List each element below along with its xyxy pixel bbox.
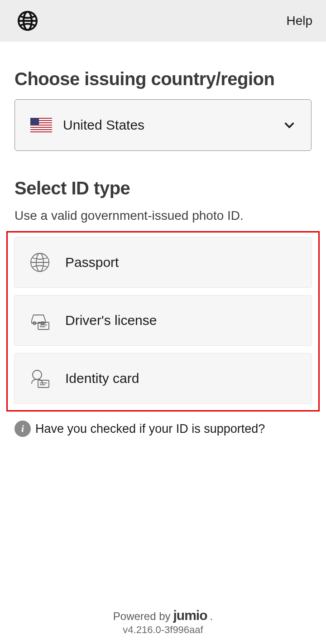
info-row[interactable]: i Have you checked if your ID is support… <box>14 421 312 437</box>
drivers-license-icon <box>28 309 52 332</box>
header: Help <box>0 0 326 42</box>
brand-label: jumio <box>173 608 207 623</box>
svg-rect-12 <box>38 380 49 387</box>
footer: Powered by jumio . v4.216.0-3f996aaf <box>0 608 326 644</box>
selected-country-label: United States <box>63 117 283 133</box>
chevron-down-icon <box>283 119 296 131</box>
country-section-title: Choose issuing country/region <box>14 69 312 89</box>
id-type-group: Passport Driver's license <box>6 231 320 412</box>
id-option-passport[interactable]: Passport <box>14 237 312 288</box>
id-option-label: Identity card <box>65 371 139 386</box>
id-section-title: Select ID type <box>14 178 312 199</box>
version-label: v4.216.0-3f996aaf <box>0 624 326 636</box>
main-content: Choose issuing country/region United Sta… <box>0 42 326 608</box>
country-selector[interactable]: United States <box>14 99 312 151</box>
globe-icon[interactable] <box>17 10 38 31</box>
id-option-label: Driver's license <box>65 313 157 328</box>
id-option-identity-card[interactable]: Identity card <box>14 353 312 404</box>
svg-point-11 <box>33 370 42 379</box>
id-option-label: Passport <box>65 255 119 270</box>
help-link[interactable]: Help <box>286 14 312 28</box>
info-icon: i <box>14 421 31 437</box>
id-option-drivers-license[interactable]: Driver's license <box>14 295 312 346</box>
flag-us-icon <box>30 118 52 132</box>
identity-card-icon <box>28 367 52 390</box>
powered-by-label: Powered by <box>113 610 171 623</box>
info-text: Have you checked if your ID is supported… <box>35 422 265 436</box>
id-section-subtitle: Use a valid government-issued photo ID. <box>14 208 312 223</box>
passport-icon <box>28 251 52 274</box>
